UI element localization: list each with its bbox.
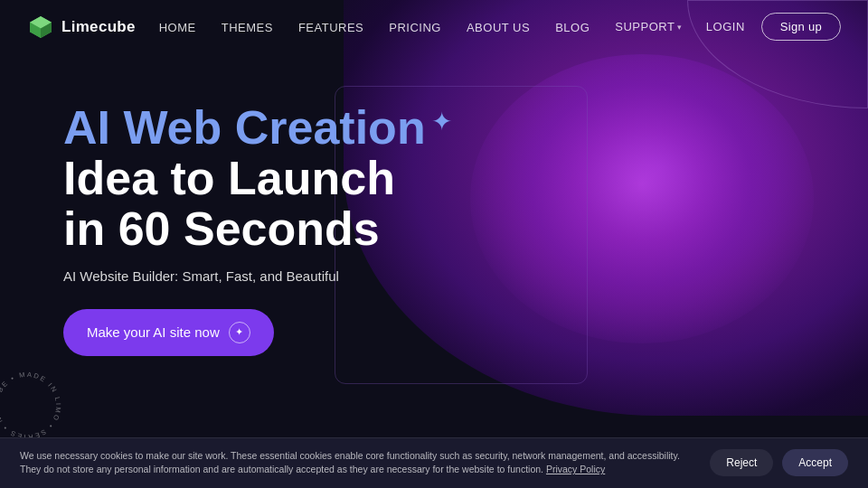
signup-button[interactable]: Sign up [761,13,841,41]
nav-links: HOME THEMES FEATURES PRICING ABOUT US BL… [159,19,683,35]
logo-icon [27,14,54,41]
nav-home[interactable]: HOME [159,21,196,34]
logo-text: Limecube [61,18,136,36]
cookie-accept-button[interactable]: Accept [782,449,848,476]
nav-about[interactable]: ABOUT US [467,21,530,34]
nav-support[interactable]: SUPPORT ▾ [615,20,683,33]
hero-title: AI Web Creation✦ Idea to Launch in 60 Se… [63,103,868,254]
nav-blog[interactable]: BLOG [555,21,590,34]
svg-text:CUBE • MADE IN LIMO • SERIES •: CUBE • MADE IN LIMO • SERIES • NO SH • [0,365,62,441]
hero-title-line3: in 60 Seconds [63,203,868,254]
nav-actions: LOGIN Sign up [706,13,841,41]
cta-icon: ✦ [229,322,250,343]
nav-pricing[interactable]: PRICING [389,21,441,34]
login-button[interactable]: LOGIN [706,20,745,33]
nav-themes[interactable]: THEMES [222,21,273,34]
cookie-banner: We use necessary cookies to make our sit… [0,437,868,489]
logo-link[interactable]: Limecube [27,14,136,41]
cta-label: Make your AI site now [87,324,220,340]
nav-features[interactable]: FEATURES [298,21,363,34]
hero-title-line2: Idea to Launch [63,153,868,203]
privacy-policy-link[interactable]: Privacy Policy [546,464,605,474]
cookie-text: We use necessary cookies to make our sit… [20,449,692,478]
hero-section: AI Web Creation✦ Idea to Launch in 60 Se… [0,53,868,356]
navbar: Limecube HOME THEMES FEATURES PRICING AB… [0,0,868,53]
chevron-down-icon: ▾ [677,23,683,32]
cookie-actions: Reject Accept [710,449,848,476]
cta-button[interactable]: Make your AI site now ✦ [63,309,274,356]
hero-title-ai: AI Web Creation [63,101,426,154]
sparkle-icon: ✦ [431,107,452,136]
cookie-reject-button[interactable]: Reject [710,449,773,476]
hero-subtitle: AI Website Builder: Smart, Fast, and Bea… [63,268,868,284]
